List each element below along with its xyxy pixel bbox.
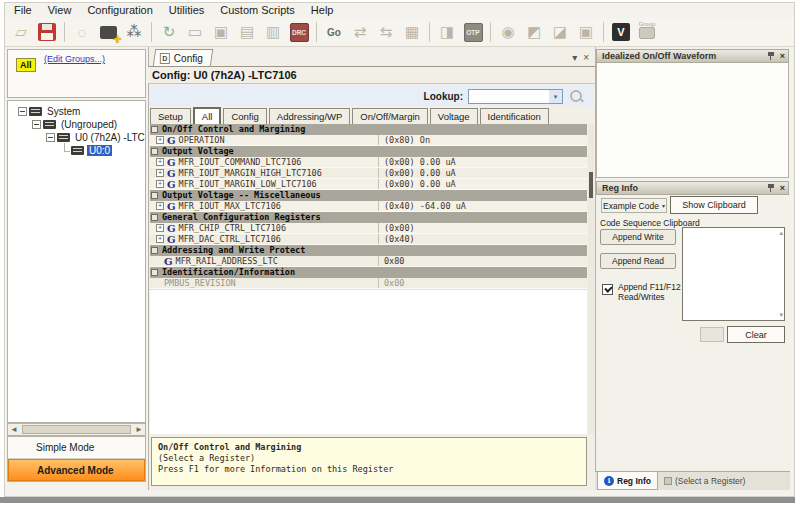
ram-to-pc-icon[interactable]: ⇆ [374, 20, 398, 44]
close-panel-icon[interactable]: × [780, 184, 785, 193]
mode-simple-mode[interactable]: Simple Mode [8, 437, 145, 459]
section-collapse-icon[interactable] [151, 247, 158, 254]
tab-addressing-wp[interactable]: Addressing/WP [269, 108, 350, 124]
group-icon[interactable]: Group [635, 20, 659, 44]
tree-node-u0-7h2a-ltc7106[interactable]: U0 (7h2A) -LTC7106 [8, 131, 145, 144]
ram-chip-icon[interactable]: ▦ [400, 20, 424, 44]
tab-identification[interactable]: Identification [480, 108, 549, 124]
section-row-identification-information[interactable]: Identification/Information [150, 267, 587, 278]
open-file-icon[interactable]: ▱ [9, 20, 33, 44]
paste-icon[interactable]: ▤ [235, 20, 259, 44]
clear-button[interactable]: Clear [727, 326, 785, 343]
menu-configuration[interactable]: Configuration [79, 3, 160, 17]
pin-icon[interactable] [767, 51, 776, 61]
table-vertical-scrollbar[interactable] [588, 124, 594, 434]
menu-view[interactable]: View [40, 3, 80, 17]
refresh-all-icon[interactable]: ↻ [157, 20, 181, 44]
scroll-up-icon[interactable]: ▴ [779, 229, 783, 237]
lookup-search-icon[interactable] [567, 88, 587, 105]
show-clipboard-button[interactable]: Show Clipboard [670, 196, 758, 214]
scrollbar-thumb[interactable] [22, 425, 131, 434]
append-read-button[interactable]: Append Read [600, 253, 676, 269]
dock-tab-reg-info[interactable]: iReg Info [597, 472, 658, 490]
register-row-mfr-iout-margin-low-ltc7106[interactable]: +GMFR_IOUT_MARGIN_LOW_LTC7106(0x00) 0.00… [150, 179, 587, 190]
menu-custom-scripts[interactable]: Custom Scripts [212, 3, 303, 17]
zoom-find-icon[interactable]: ◌ [70, 20, 94, 44]
close-panel-icon[interactable]: × [780, 52, 785, 61]
window-resize-edge[interactable] [0, 497, 795, 503]
append-write-button[interactable]: Append Write [600, 229, 676, 245]
go-onoff-icon[interactable]: Go [322, 20, 346, 44]
section-collapse-icon[interactable] [151, 192, 158, 199]
section-row-general-configuration-registers[interactable]: General Configuration Registers [150, 212, 587, 223]
expand-icon[interactable]: + [156, 136, 164, 144]
tree-expander-icon[interactable] [18, 107, 27, 116]
copy-icon[interactable]: ▣ [209, 20, 233, 44]
register-row-mfr-dac-ctrl-ltc7106[interactable]: +GMFR_DAC_CTRL_LTC7106(0x40) [150, 234, 587, 245]
ram-to-nvm-icon[interactable]: ◩ [522, 20, 546, 44]
tree-node-system[interactable]: System [8, 105, 145, 118]
section-row-output-voltage[interactable]: Output Voltage [150, 146, 587, 157]
expand-icon[interactable]: + [156, 180, 164, 188]
expand-icon[interactable]: + [156, 169, 164, 177]
menu-help[interactable]: Help [303, 3, 342, 17]
scroll-down-icon[interactable]: ▾ [779, 311, 783, 319]
tab-all[interactable]: All [193, 107, 222, 124]
eeprom-icon[interactable]: ◉ [496, 20, 520, 44]
drc-icon[interactable]: DRC [287, 20, 311, 44]
example-code-button[interactable]: Example Code ▾ [601, 198, 667, 213]
code-sequence-textarea[interactable]: ▴ ▾ [682, 227, 785, 321]
tab-on-off-margin[interactable]: On/Off/Margin [352, 108, 428, 124]
tree-node-ungrouped[interactable]: (Ungrouped) [8, 118, 145, 131]
section-row-output-voltage-miscellaneous[interactable]: Output Voltage -- Miscellaneous [150, 190, 587, 201]
mode-advanced-mode[interactable]: Advanced Mode [8, 459, 145, 481]
otp-icon[interactable]: ◨ [435, 20, 459, 44]
section-collapse-icon[interactable] [151, 126, 158, 133]
config-document-tab[interactable]: D Config [153, 49, 213, 66]
expand-icon[interactable]: + [156, 202, 164, 210]
tree-horizontal-scrollbar[interactable]: ◄ ► [7, 423, 146, 436]
section-collapse-icon[interactable] [151, 148, 158, 155]
all-group-badge[interactable]: All [16, 58, 36, 72]
menu-file[interactable]: File [6, 3, 40, 17]
expand-icon[interactable]: + [156, 158, 164, 166]
add-device-icon[interactable]: + [96, 20, 120, 44]
pc-to-ram-icon[interactable]: ⇄ [348, 20, 372, 44]
expand-icon[interactable]: + [156, 235, 164, 243]
register-row-mfr-iout-margin-high-ltc7106[interactable]: +GMFR_IOUT_MARGIN_HIGH_LTC7106(0x00) 0.0… [150, 168, 587, 179]
otp-burn-icon[interactable]: OTP [461, 20, 485, 44]
close-document-icon[interactable]: × [583, 52, 589, 63]
clipboard-side-button[interactable] [700, 327, 724, 342]
scroll-right-icon[interactable]: ► [133, 425, 145, 434]
expand-icon[interactable]: + [156, 224, 164, 232]
append-f11-f12-checkbox[interactable] [602, 284, 613, 295]
paste-run-icon[interactable]: ▥ [261, 20, 285, 44]
lookup-input[interactable] [469, 90, 549, 103]
tree-node-u0-0[interactable]: U0:0 [8, 144, 145, 157]
telemetry-icon[interactable]: ▭ [183, 20, 207, 44]
dock-tab-select-a-register[interactable]: (Select a Register) [658, 472, 751, 490]
scroll-left-icon[interactable]: ◄ [8, 425, 20, 434]
register-row-mfr-chip-ctrl-ltc7106[interactable]: +GMFR_CHIP_CTRL_LTC7106(0x00) [150, 223, 587, 234]
register-row-mfr-rail-address-ltc[interactable]: GMFR_RAIL_ADDRESS_LTC0x80 [150, 256, 587, 267]
register-row-mfr-iout-max-ltc7106[interactable]: +GMFR_IOUT_MAX_LTC7106(0x40) -64.00 uA [150, 201, 587, 212]
menu-utilities[interactable]: Utilities [161, 3, 212, 17]
section-collapse-icon[interactable] [151, 269, 158, 276]
section-collapse-icon[interactable] [151, 214, 158, 221]
register-row-mfr-iout-command-ltc7106[interactable]: +GMFR_IOUT_COMMAND_LTC7106(0x00) 0.00 uA [150, 157, 587, 168]
register-row-operation[interactable]: +GOPERATION(0x80) On [150, 135, 587, 146]
pin-icon[interactable] [767, 183, 776, 193]
verify-icon[interactable]: V [609, 20, 633, 44]
tab-voltage[interactable]: Voltage [430, 108, 478, 124]
edit-groups-link[interactable]: (Edit Groups...) [44, 54, 105, 64]
wizard-icon[interactable]: ⁂ [122, 20, 146, 44]
nvm-to-ram-icon[interactable]: ◪ [548, 20, 572, 44]
register-row-pmbus-revision[interactable]: PMBUS_REVISION0x00 [150, 278, 587, 289]
save-icon[interactable] [35, 20, 59, 44]
pl-chip-icon[interactable]: ▣ [574, 20, 598, 44]
scrollbar-thumb[interactable] [589, 172, 593, 198]
tree-expander-icon[interactable] [32, 120, 41, 129]
tab-setup[interactable]: Setup [150, 108, 191, 124]
lookup-dropdown-icon[interactable]: ▾ [549, 90, 562, 103]
tree-expander-icon[interactable] [46, 133, 55, 142]
